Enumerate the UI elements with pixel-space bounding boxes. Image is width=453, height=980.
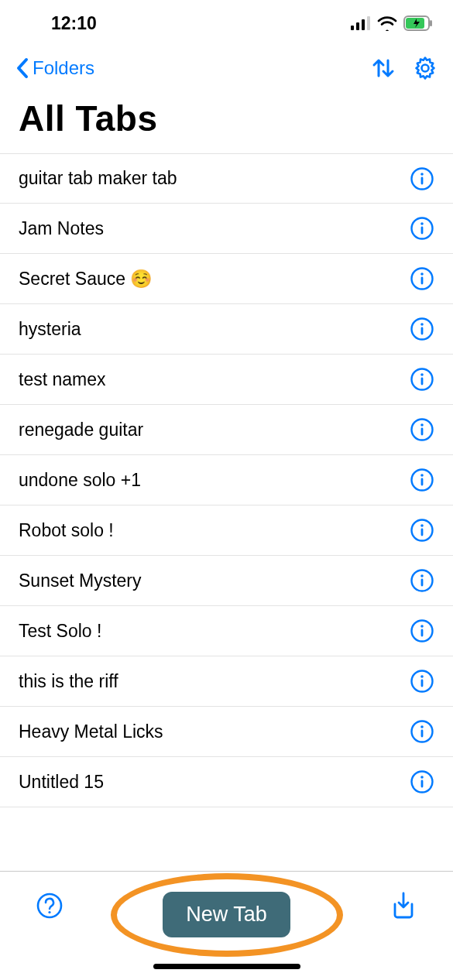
svg-rect-40: [421, 680, 424, 687]
svg-rect-2: [362, 19, 365, 30]
svg-point-39: [420, 675, 424, 678]
status-bar: 12:10: [0, 0, 453, 46]
new-tab-button[interactable]: New Tab: [163, 892, 290, 937]
tab-title: renegade guitar: [19, 420, 143, 440]
nav-bar: Folders: [0, 46, 453, 90]
table-row[interactable]: Secret Sauce ☺️: [0, 254, 453, 304]
info-icon[interactable]: [410, 568, 434, 593]
settings-button[interactable]: [413, 56, 438, 81]
tab-title: Untitled 15: [19, 772, 104, 793]
info-icon[interactable]: [410, 166, 434, 191]
table-row[interactable]: Test Solo !: [0, 606, 453, 656]
tab-title: Secret Sauce ☺️: [19, 269, 153, 290]
svg-rect-6: [430, 20, 432, 26]
tab-title: Sunset Mystery: [19, 571, 142, 591]
help-button[interactable]: [26, 892, 73, 920]
svg-point-42: [420, 725, 424, 728]
svg-rect-1: [356, 22, 359, 30]
svg-rect-22: [421, 378, 424, 385]
back-button[interactable]: Folders: [15, 57, 94, 79]
table-row[interactable]: test namex: [0, 355, 453, 405]
svg-point-21: [420, 373, 424, 376]
svg-rect-19: [421, 327, 424, 335]
svg-rect-34: [421, 579, 424, 587]
tabs-list: guitar tab maker tabJam NotesSecret Sauc…: [0, 153, 453, 871]
svg-rect-13: [421, 227, 424, 235]
svg-point-47: [38, 894, 61, 917]
table-row[interactable]: Untitled 15: [0, 757, 453, 807]
tab-title: test namex: [19, 369, 106, 390]
svg-rect-43: [421, 730, 424, 738]
chevron-left-icon: [15, 57, 29, 79]
tab-title: Heavy Metal Licks: [19, 721, 163, 742]
svg-rect-3: [367, 16, 370, 30]
cellular-icon: [351, 16, 371, 30]
svg-point-18: [420, 323, 424, 326]
svg-rect-31: [421, 529, 424, 536]
tab-title: hysteria: [19, 319, 81, 340]
svg-point-48: [48, 911, 50, 913]
table-row[interactable]: this is the riff: [0, 656, 453, 707]
tab-title: this is the riff: [19, 671, 118, 692]
svg-rect-46: [421, 780, 424, 788]
svg-point-36: [420, 625, 424, 628]
info-icon[interactable]: [410, 669, 434, 694]
status-time: 12:10: [51, 13, 97, 34]
svg-point-15: [420, 272, 424, 276]
svg-point-7: [422, 65, 429, 72]
svg-point-30: [420, 524, 424, 527]
info-icon[interactable]: [410, 417, 434, 442]
svg-rect-0: [351, 26, 354, 30]
svg-point-9: [420, 173, 424, 176]
svg-rect-16: [421, 277, 424, 285]
svg-point-24: [420, 423, 424, 427]
tab-title: Jam Notes: [19, 218, 104, 239]
svg-point-27: [420, 474, 424, 477]
info-icon[interactable]: [410, 468, 434, 492]
table-row[interactable]: Sunset Mystery: [0, 556, 453, 606]
svg-point-45: [420, 776, 424, 779]
svg-rect-10: [421, 176, 424, 184]
tab-title: guitar tab maker tab: [19, 168, 177, 189]
table-row[interactable]: Heavy Metal Licks: [0, 707, 453, 757]
info-icon[interactable]: [410, 367, 434, 392]
tab-title: undone solo +1: [19, 470, 141, 491]
tab-title: Robot solo !: [19, 520, 114, 541]
info-icon[interactable]: [410, 618, 434, 643]
svg-point-12: [420, 222, 424, 225]
table-row[interactable]: Jam Notes: [0, 204, 453, 254]
back-label: Folders: [33, 57, 94, 79]
home-indicator: [153, 964, 300, 969]
table-row[interactable]: hysteria: [0, 304, 453, 355]
info-icon[interactable]: [410, 216, 434, 241]
table-row[interactable]: guitar tab maker tab: [0, 153, 453, 204]
svg-point-33: [420, 574, 424, 577]
tab-title: Test Solo !: [19, 621, 101, 642]
info-icon[interactable]: [410, 518, 434, 543]
info-icon[interactable]: [410, 317, 434, 341]
battery-icon: [403, 15, 433, 31]
info-icon[interactable]: [410, 266, 434, 291]
import-button[interactable]: [380, 892, 427, 920]
table-row[interactable]: renegade guitar: [0, 405, 453, 455]
wifi-icon: [377, 15, 397, 31]
sort-button[interactable]: [371, 57, 396, 80]
svg-rect-25: [421, 428, 424, 436]
table-row[interactable]: Robot solo !: [0, 505, 453, 556]
svg-rect-37: [421, 629, 424, 637]
page-title: All Tabs: [0, 90, 453, 153]
info-icon[interactable]: [410, 769, 434, 794]
info-icon[interactable]: [410, 719, 434, 744]
table-row[interactable]: undone solo +1: [0, 455, 453, 505]
svg-rect-28: [421, 478, 424, 486]
